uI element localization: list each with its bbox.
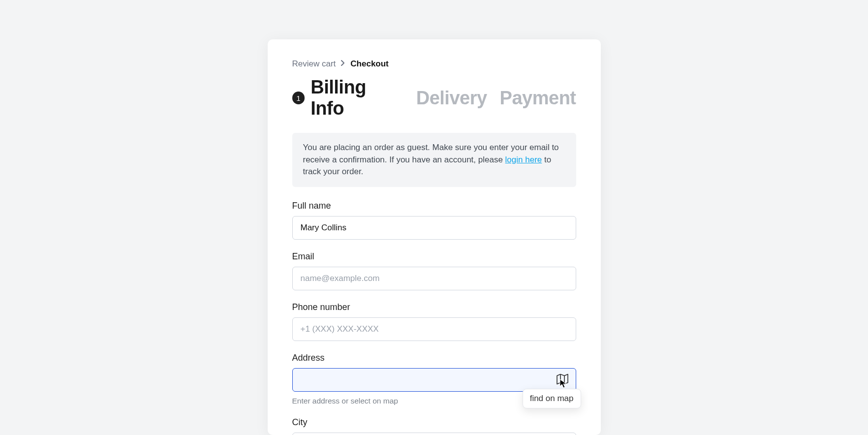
find-on-map-button[interactable]	[555, 372, 570, 388]
field-email: Email	[292, 251, 576, 290]
guest-notice: You are placing an order as guest. Make …	[292, 133, 576, 187]
breadcrumb: Review cart Checkout	[292, 59, 576, 69]
address-input-wrap: find on map	[292, 368, 576, 392]
step-billing-label: Billing Info	[310, 77, 403, 119]
full-name-input[interactable]	[292, 216, 576, 240]
city-label: City	[292, 417, 576, 428]
map-icon	[557, 378, 568, 386]
phone-input[interactable]	[292, 317, 576, 341]
step-billing: 1 Billing Info	[292, 77, 403, 119]
full-name-label: Full name	[292, 201, 576, 211]
email-input[interactable]	[292, 267, 576, 290]
step-delivery[interactable]: Delivery	[416, 88, 487, 109]
field-city: City	[292, 417, 576, 435]
login-link[interactable]: login here	[505, 155, 542, 164]
phone-label: Phone number	[292, 302, 576, 312]
breadcrumb-current: Checkout	[350, 59, 388, 69]
field-full-name: Full name	[292, 201, 576, 240]
step-payment[interactable]: Payment	[500, 88, 576, 109]
address-input[interactable]	[292, 368, 576, 392]
field-address: Address find on map Enter address or sel…	[292, 353, 576, 405]
map-tooltip: find on map	[523, 389, 581, 408]
checkout-steps: 1 Billing Info Delivery Payment	[292, 77, 576, 119]
checkout-card: Review cart Checkout 1 Billing Info Deli…	[268, 39, 601, 435]
email-label: Email	[292, 251, 576, 262]
step-number-badge: 1	[292, 92, 305, 104]
city-input[interactable]	[292, 433, 576, 435]
breadcrumb-prev[interactable]: Review cart	[292, 59, 336, 69]
field-phone: Phone number	[292, 302, 576, 341]
address-label: Address	[292, 353, 576, 363]
chevron-right-icon	[341, 59, 345, 69]
